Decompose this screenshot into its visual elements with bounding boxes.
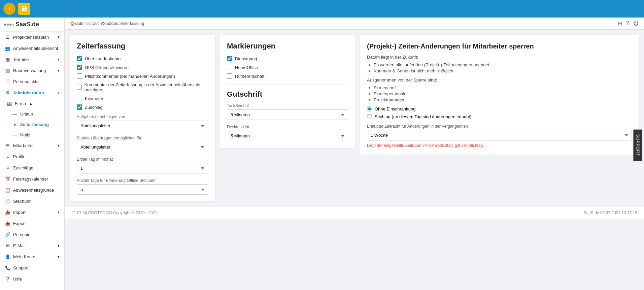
exempt-list: Firmenchef Firmenpersonaler Projektmanag… — [374, 85, 632, 102]
erster-tag-select[interactable]: 1 — [77, 163, 208, 173]
logo-dots — [4, 24, 14, 26]
radio-stichtag: Stichtag (ab diesem Tag sind änderungen … — [367, 114, 632, 119]
sidebar-item-hilfe[interactable]: ❓ Hilfe — [0, 273, 64, 285]
datum-text: Datum liegt in der Zukunft: — [367, 55, 632, 60]
aufgaben-select[interactable]: Abteilungsleiter — [77, 121, 208, 131]
anwesenheit-icon: 👥 — [5, 46, 10, 51]
ohne-einschraenkung-radio[interactable] — [367, 106, 372, 111]
pflichtkommentar-label: Pflichtkommentar (bei manuellen Änderung… — [85, 74, 175, 79]
profile-icon: ≡ — [5, 154, 10, 159]
sidebar-label: E-Mail — [13, 243, 26, 248]
help-icon[interactable]: ? — [626, 20, 629, 27]
sidebar-item-notiz[interactable]: — Notiz — [0, 130, 64, 140]
chevron-icon: ▼ — [57, 35, 60, 39]
gutschrift-title: Gutschrift — [227, 90, 348, 99]
sidebar-item-firma[interactable]: 🏭 Firma ▲ — [0, 98, 64, 109]
sidebar-label: Zeiterfassung — [20, 122, 49, 127]
sidebar-label: Termine — [13, 57, 29, 62]
bullet-item: Kommen & Gehen ist nicht mehr möglich — [374, 68, 632, 73]
zeiterfassung-card: Zeiterfassung Überstundenkonto GPS Ortun… — [70, 35, 215, 201]
homeoffice-checkbox[interactable] — [227, 65, 232, 70]
zeitraum-label: Erlaubter Zeitraum für Änderungen in der… — [367, 124, 632, 129]
dienstgang-label: Dienstgang — [235, 56, 257, 61]
kommentar-label: Kommentar der Zeiterfassung in der Anwes… — [84, 82, 208, 92]
topbar: ‹ — [0, 0, 644, 18]
projekteinsatzplan-icon: ☰ — [5, 35, 10, 40]
rufbereitschaft-checkbox[interactable] — [227, 73, 232, 79]
sidebar-label: Personalakte — [13, 79, 39, 84]
sidebar-item-email[interactable]: ✉ E-Mail ▼ — [0, 240, 64, 251]
exempt-item: Firmenchef — [374, 85, 632, 90]
sidebar-label: Zuschläge — [13, 165, 33, 170]
checkbox-homeoffice: HomeOffice — [227, 65, 348, 70]
chevron-up-icon: ▲ — [29, 101, 33, 106]
logo: SaaS.de — [0, 18, 64, 32]
sidebar-label: Profile — [13, 154, 26, 159]
sidebar-item-urlaub[interactable]: — Urlaub — [0, 109, 64, 119]
stunden-select[interactable]: Abteilungsleiter — [77, 142, 208, 152]
zeitraum-group: Erlaubter Zeitraum für Änderungen in der… — [367, 124, 632, 140]
sidebar-label: Projekteinsatzplan — [13, 35, 49, 40]
sidebar-item-zeiterfassung[interactable]: ● Zeiterfassung — [0, 119, 64, 130]
anzahl-tage-select[interactable]: 5 — [77, 184, 208, 195]
sidebar-label: Firma — [15, 101, 26, 106]
stichtag-label: Stichtag (ab diesem Tag sind änderungen … — [375, 114, 471, 119]
gps-label: GPS Ortung aktivieren — [85, 65, 129, 70]
task-symbol-label: TaskSymbol — [227, 103, 348, 108]
kilometer-checkbox[interactable] — [77, 96, 82, 101]
email-icon: ✉ — [5, 243, 10, 248]
feiertag-icon: 📅 — [5, 176, 10, 182]
sidebar-item-personalakte[interactable]: 📄 Personalakte — [0, 76, 64, 87]
zuschlag-checkbox[interactable] — [77, 104, 82, 110]
sidebar-item-raumverwaltung[interactable]: 🏢 Raumverwaltung ▼ — [0, 65, 64, 76]
back-button[interactable]: ‹ — [3, 3, 15, 15]
sidebar-label: Support — [13, 265, 29, 270]
breadcrumb-path: 🏠/Administration/SaaS.de/Zeiterfassung — [70, 21, 144, 26]
stunden-label: Stunden übertragen ermöglichen für — [77, 136, 208, 140]
grid-icon[interactable]: ⊞ — [618, 20, 622, 27]
checkbox-gps: GPS Ortung aktivieren — [77, 65, 208, 70]
sidebar-item-feiertagskalender[interactable]: 📅 Feiertagskalender — [0, 173, 64, 185]
pflichtkommentar-checkbox[interactable] — [77, 73, 82, 79]
sidebar-item-profile[interactable]: ≡ Profile — [0, 151, 64, 162]
task-symbol-select[interactable]: 5 Minuten — [227, 109, 348, 120]
power-icon[interactable]: ⏻ — [633, 20, 639, 27]
sidebar-item-stechuhr[interactable]: 🕐 Stechuhr — [0, 196, 64, 207]
sidebar-item-import[interactable]: 📥 Import ▼ — [0, 207, 64, 218]
sidebar-label: Export — [13, 221, 26, 226]
stechuhr-icon: 🕐 — [5, 199, 10, 204]
sidebar-label: Hilfe — [13, 277, 22, 282]
dienstgang-checkbox[interactable] — [227, 56, 232, 61]
sidebar-item-projekteinsatzplan[interactable]: ☰ Projekteinsatzplan ▼ — [0, 32, 64, 43]
sidebar-item-export[interactable]: 📤 Export — [0, 218, 64, 229]
support-tab[interactable]: SUPPORT — [634, 129, 642, 161]
erster-tag-group: Erster Tag im Monat 1 — [77, 157, 208, 173]
sidebar-item-mitarbeiter[interactable]: ☰ Mitarbeiter ▼ — [0, 140, 64, 151]
ueberstundenkonto-checkbox[interactable] — [77, 56, 82, 61]
sidebar-item-termine[interactable]: ▦ Termine ▼ — [0, 54, 64, 65]
sidebar-label: Raumverwaltung — [13, 68, 46, 73]
save-button[interactable] — [18, 3, 30, 15]
logo-text: SaaS.de — [15, 21, 39, 28]
zeitraum-select[interactable]: 1 Woche — [367, 130, 632, 140]
stichtag-radio[interactable] — [367, 114, 372, 119]
anzahl-tage-group: Anzahl Tage für Erinnerung Offline Stech… — [77, 178, 208, 195]
kommentar-checkbox[interactable] — [77, 85, 82, 90]
sidebar-item-anwesenheitsuebersicht[interactable]: 👥 Anwesenheitsübersicht — [0, 43, 64, 54]
gps-checkbox[interactable] — [77, 65, 82, 70]
sidebar-item-personio[interactable]: 🔗 Personio — [0, 229, 64, 240]
chevron-icon: ▼ — [57, 144, 60, 148]
homeoffice-label: HomeOffice — [235, 65, 258, 70]
footer: 21.07.04 EGOTEC AG Copyright © 2010 - 20… — [65, 207, 644, 219]
desktop-uhr-select[interactable]: 5 Minuten — [227, 131, 348, 141]
sidebar-item-zuschlaege[interactable]: ≡ Zuschläge — [0, 162, 64, 173]
sidebar-item-mein-konto[interactable]: 👤 Mein Konto ▼ — [0, 251, 64, 262]
raum-icon: 🏢 — [5, 68, 10, 73]
cards-container: Zeiterfassung Überstundenkonto GPS Ortun… — [65, 30, 644, 207]
chevron-icon: ▼ — [57, 244, 60, 248]
markierungen-title: Markierungen — [227, 42, 348, 51]
stunden-group: Stunden übertragen ermöglichen für Abtei… — [77, 136, 208, 152]
sidebar-item-support[interactable]: 📞 Support — [0, 262, 64, 273]
sidebar-item-administration[interactable]: ⚙ Administration ▲ — [0, 87, 64, 98]
sidebar-item-abwesenheitsgruende[interactable]: 📋 Abwesenheitsgründe — [0, 185, 64, 196]
